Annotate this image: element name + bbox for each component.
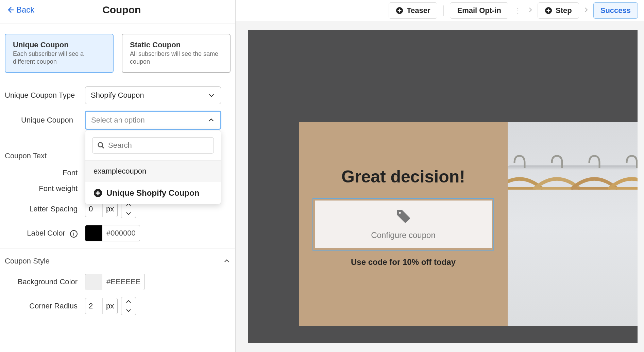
label-color-label: Label Color i (5, 229, 85, 238)
coupon-type-static-title: Static Coupon (130, 41, 222, 49)
row-unique-coupon-type: Unique Coupon Type Shopify Coupon (5, 86, 231, 104)
dropdown-option-examplecoupon[interactable]: examplecoupon (85, 160, 221, 182)
plus-circle-icon (94, 189, 102, 197)
corner-radius-value[interactable]: 2 (85, 298, 102, 314)
chevron-right-icon (527, 7, 533, 14)
coupon-box-selection[interactable]: Configure coupon (312, 198, 494, 251)
back-button[interactable]: Back (6, 5, 34, 15)
unique-coupon-placeholder: Select an option (91, 116, 145, 125)
stepper-down-icon[interactable] (126, 306, 131, 315)
coupon-type-static[interactable]: Static Coupon All subscribers will see t… (122, 34, 231, 73)
nav-step-label: Step (556, 6, 572, 15)
bg-color-hex[interactable]: #EEEEEE (102, 274, 145, 290)
preview-canvas: Great decision! Configure coupon Use cod… (248, 30, 638, 343)
plus-circle-icon (545, 7, 552, 14)
hangers-svg (508, 122, 638, 326)
nav-email-optin[interactable]: Email Opt-in (450, 2, 508, 19)
font-weight-label: Font weight (5, 184, 85, 193)
coupon-type-unique-title: Unique Coupon (13, 41, 105, 49)
tag-icon (396, 209, 411, 225)
settings-header: Back Coupon (0, 0, 235, 23)
settings-body: Unique Coupon Each subscriber will see a… (0, 23, 235, 332)
nav-teaser[interactable]: Teaser (389, 2, 437, 19)
preview-area: Teaser Email Opt-in ⋮ Step Success Great… (236, 0, 644, 352)
dropdown-search[interactable] (92, 137, 214, 154)
bg-color-label: Background Color (5, 277, 85, 286)
stepper-down-icon[interactable] (126, 209, 131, 218)
nav-separator (443, 5, 444, 16)
svg-point-0 (98, 143, 103, 147)
stepper-up-icon[interactable] (126, 297, 131, 306)
svg-point-5 (399, 212, 401, 214)
chevron-down-icon (208, 92, 215, 99)
label-color-text: Label Color (27, 229, 65, 237)
dropdown-add-new[interactable]: Unique Shopify Coupon (85, 182, 221, 204)
preview-stage: Great decision! Configure coupon Use cod… (236, 21, 644, 352)
coupon-type-toggle: Unique Coupon Each subscriber will see a… (5, 34, 231, 73)
dropdown-search-input[interactable] (108, 141, 209, 150)
nav-success-label: Success (600, 6, 631, 15)
nav-teaser-label: Teaser (407, 6, 430, 15)
search-icon (97, 142, 105, 149)
chevron-right-icon (583, 7, 589, 14)
section-coupon-text-label: Coupon Text (5, 151, 47, 160)
row-bg-color: Background Color #EEEEEE (5, 274, 231, 290)
unique-coupon-type-label: Unique Coupon Type (5, 90, 85, 100)
back-arrow-icon (6, 6, 14, 14)
letter-spacing-label: Letter Spacing (5, 205, 85, 213)
svg-line-1 (102, 146, 104, 148)
nav-step[interactable]: Step (538, 2, 579, 19)
chevron-up-icon (207, 116, 215, 124)
coupon-type-unique-desc: Each subscriber will see a different cou… (13, 50, 105, 66)
nav-success[interactable]: Success (593, 2, 638, 19)
unique-coupon-select[interactable]: Select an option (85, 111, 221, 129)
row-label-color: Label Color i #000000 (5, 225, 231, 241)
back-label: Back (16, 5, 34, 15)
unique-coupon-label: Unique Coupon (5, 116, 85, 125)
label-color-input[interactable]: #000000 (85, 225, 140, 241)
unique-coupon-dropdown: examplecoupon Unique Shopify Coupon (85, 130, 221, 204)
popup-subtext: Use code for 10% off today (312, 257, 494, 267)
corner-radius-label: Corner Radius (5, 302, 85, 310)
section-coupon-style[interactable]: Coupon Style (0, 248, 235, 274)
preview-popup[interactable]: Great decision! Configure coupon Use cod… (299, 122, 508, 326)
settings-panel: Back Coupon Unique Coupon Each subscribe… (0, 0, 236, 352)
row-unique-coupon: Unique Coupon Select an option exampleco… (5, 111, 231, 129)
nav-email-optin-label: Email Opt-in (457, 6, 501, 15)
dropdown-search-wrap (85, 130, 221, 160)
row-corner-radius: Corner Radius 2 px (5, 297, 231, 315)
corner-radius-unit: px (102, 298, 117, 314)
coupon-box: Configure coupon (315, 201, 492, 248)
nav-more-icon[interactable]: ⋮ (512, 6, 523, 15)
corner-radius-stepper[interactable] (121, 297, 136, 315)
unique-coupon-type-select[interactable]: Shopify Coupon (85, 86, 221, 104)
section-coupon-style-label: Coupon Style (5, 257, 50, 266)
bg-color-input[interactable]: #EEEEEE (85, 274, 145, 290)
plus-circle-icon (396, 7, 403, 14)
chevron-up-icon (223, 257, 231, 265)
unique-coupon-type-value: Shopify Coupon (91, 91, 144, 100)
font-label: Font (5, 169, 85, 177)
label-color-hex[interactable]: #000000 (102, 225, 140, 241)
corner-radius-input[interactable]: 2 px (85, 297, 136, 315)
panel-title: Coupon (34, 4, 209, 16)
preview-image (508, 122, 638, 326)
dropdown-add-label: Unique Shopify Coupon (106, 188, 199, 198)
topnav: Teaser Email Opt-in ⋮ Step Success (236, 0, 644, 21)
bg-color-swatch[interactable] (85, 274, 102, 290)
popup-title: Great decision! (312, 167, 494, 187)
coupon-type-unique[interactable]: Unique Coupon Each subscriber will see a… (5, 34, 114, 73)
configure-coupon-text: Configure coupon (323, 230, 484, 240)
info-icon[interactable]: i (70, 230, 78, 238)
coupon-type-static-desc: All subscribers will see the same coupon (130, 50, 222, 66)
label-color-swatch[interactable] (85, 225, 102, 241)
